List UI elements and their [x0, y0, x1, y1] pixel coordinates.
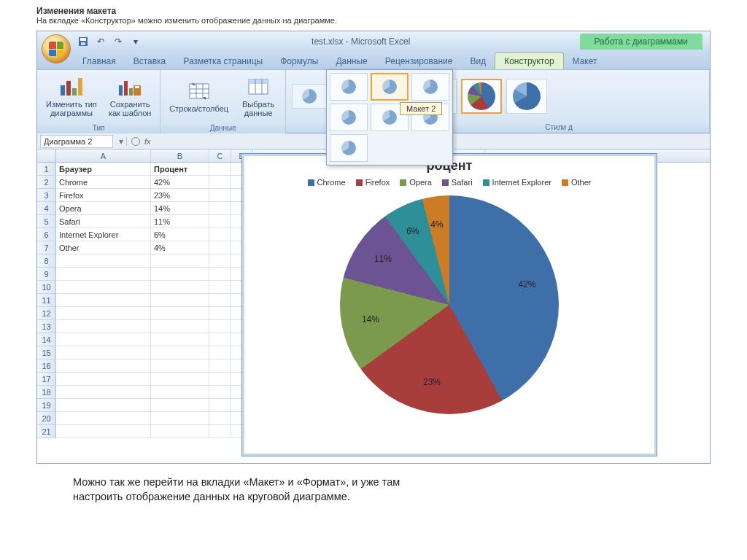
- cell[interactable]: [151, 254, 209, 268]
- cell[interactable]: [151, 320, 209, 333]
- layout-thumb[interactable]: [292, 84, 327, 109]
- cell[interactable]: [209, 176, 231, 189]
- cell[interactable]: [209, 333, 231, 346]
- cell[interactable]: [209, 294, 231, 307]
- cell[interactable]: [151, 412, 209, 425]
- cell[interactable]: Firefox: [56, 189, 151, 202]
- name-box[interactable]: Диаграмма 2: [40, 135, 113, 148]
- cell[interactable]: [56, 359, 151, 373]
- cell[interactable]: [56, 386, 151, 399]
- cell[interactable]: Safari: [56, 215, 151, 228]
- style-thumb[interactable]: [461, 79, 502, 114]
- tab-review[interactable]: Рецензирование: [376, 53, 462, 69]
- layout-option[interactable]: [411, 73, 449, 101]
- cell[interactable]: [151, 373, 209, 386]
- pie-chart[interactable]: 42%23%14%11%6%4%: [340, 195, 559, 414]
- cell[interactable]: [209, 281, 231, 294]
- cell[interactable]: Браузер: [56, 163, 151, 176]
- cell[interactable]: Процент: [151, 163, 209, 176]
- row-header[interactable]: 5: [37, 215, 56, 228]
- cell[interactable]: [151, 294, 209, 307]
- row-header[interactable]: 19: [37, 399, 56, 412]
- tab-view[interactable]: Вид: [461, 53, 495, 69]
- row-header[interactable]: 10: [37, 281, 56, 294]
- chart-legend[interactable]: ChromeFirefoxOperaSafariInternet Explore…: [242, 176, 657, 191]
- row-header[interactable]: 21: [37, 425, 56, 438]
- row-header[interactable]: 4: [37, 202, 56, 215]
- cell[interactable]: [209, 359, 231, 373]
- legend-item[interactable]: Chrome: [308, 178, 346, 187]
- cell[interactable]: Opera: [56, 202, 151, 215]
- tab-home[interactable]: Главная: [74, 53, 125, 69]
- col-header[interactable]: B: [151, 149, 209, 162]
- row-header[interactable]: 6: [37, 228, 56, 241]
- cell[interactable]: [56, 307, 151, 320]
- cell[interactable]: 42%: [151, 176, 209, 189]
- cell[interactable]: [151, 386, 209, 399]
- cell[interactable]: [56, 320, 151, 333]
- cell[interactable]: [151, 346, 209, 359]
- cell[interactable]: [209, 163, 231, 176]
- cell[interactable]: [209, 307, 231, 320]
- cell[interactable]: [209, 228, 231, 241]
- row-header[interactable]: 20: [37, 412, 56, 425]
- tab-layout[interactable]: Макет: [564, 53, 606, 69]
- cell[interactable]: [209, 399, 231, 412]
- row-header[interactable]: 15: [37, 346, 56, 359]
- cell[interactable]: [56, 268, 151, 281]
- cell[interactable]: [56, 412, 151, 425]
- row-header[interactable]: 11: [37, 294, 56, 307]
- cell[interactable]: [151, 333, 209, 346]
- style-thumb[interactable]: [506, 79, 547, 114]
- layout-option[interactable]: [371, 73, 409, 101]
- cell[interactable]: [151, 281, 209, 294]
- legend-item[interactable]: Safari: [442, 178, 473, 187]
- row-header[interactable]: 14: [37, 333, 56, 346]
- layout-option[interactable]: [330, 73, 368, 101]
- cell[interactable]: 6%: [151, 228, 209, 241]
- cell[interactable]: 23%: [151, 189, 209, 202]
- layout-option[interactable]: [330, 104, 368, 131]
- worksheet-grid[interactable]: A B C D E F G 1БраузерПроцент2Chrome42%3…: [37, 149, 710, 463]
- col-header[interactable]: C: [209, 149, 231, 162]
- cell[interactable]: [56, 373, 151, 386]
- switch-row-column-button[interactable]: Строка/столбец: [165, 71, 233, 121]
- redo-icon[interactable]: ↷: [112, 35, 125, 48]
- tab-formulas[interactable]: Формулы: [271, 53, 327, 69]
- row-header[interactable]: 1: [37, 163, 56, 176]
- row-header[interactable]: 12: [37, 307, 56, 320]
- cell[interactable]: 4%: [151, 241, 209, 254]
- cell[interactable]: [209, 320, 231, 333]
- cell[interactable]: [209, 412, 231, 425]
- qat-dropdown-icon[interactable]: ▾: [129, 35, 142, 48]
- row-header[interactable]: 3: [37, 189, 56, 202]
- undo-icon[interactable]: ↶: [94, 35, 107, 48]
- cell[interactable]: [56, 254, 151, 268]
- cell[interactable]: [56, 425, 151, 438]
- save-icon[interactable]: [77, 35, 90, 48]
- tab-insert[interactable]: Вставка: [125, 53, 175, 69]
- cell[interactable]: [209, 202, 231, 215]
- name-box-dropdown-icon[interactable]: ▾: [116, 136, 126, 147]
- cell[interactable]: [209, 189, 231, 202]
- cell[interactable]: [56, 281, 151, 294]
- row-header[interactable]: 17: [37, 373, 56, 386]
- cell[interactable]: [209, 386, 231, 399]
- cell[interactable]: [209, 346, 231, 359]
- cell[interactable]: [56, 346, 151, 359]
- select-all-corner[interactable]: [37, 149, 56, 162]
- row-header[interactable]: 8: [37, 254, 56, 268]
- row-header[interactable]: 2: [37, 176, 56, 189]
- fx-label[interactable]: fx: [144, 137, 151, 146]
- legend-item[interactable]: Internet Explorer: [483, 178, 551, 187]
- office-button[interactable]: [42, 34, 71, 63]
- row-header[interactable]: 16: [37, 359, 56, 373]
- cell[interactable]: [209, 373, 231, 386]
- legend-item[interactable]: Firefox: [356, 178, 390, 187]
- cell[interactable]: [209, 425, 231, 438]
- cell[interactable]: Chrome: [56, 176, 151, 189]
- cell[interactable]: [151, 425, 209, 438]
- tab-data[interactable]: Данные: [327, 53, 376, 69]
- col-header[interactable]: A: [56, 149, 151, 162]
- select-data-button[interactable]: Выбрать данные: [236, 71, 281, 121]
